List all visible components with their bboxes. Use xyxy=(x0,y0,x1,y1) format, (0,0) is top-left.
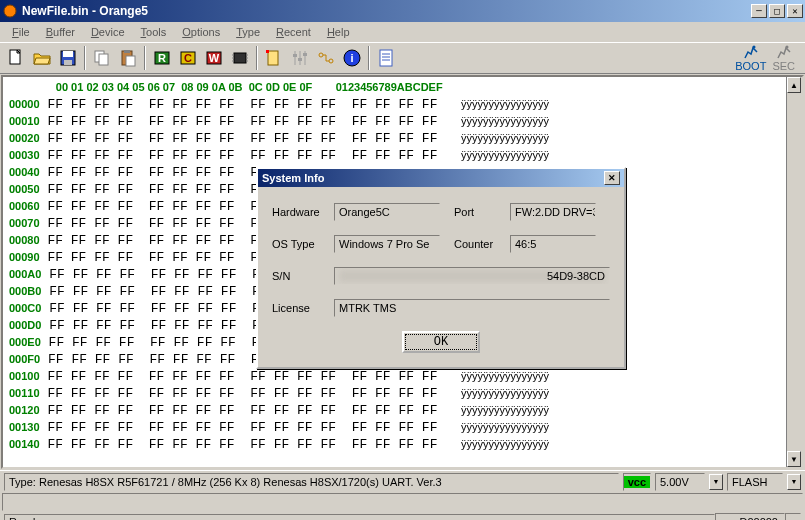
minimize-button[interactable]: ─ xyxy=(751,4,767,18)
sliders-icon[interactable] xyxy=(288,46,312,70)
menu-tools[interactable]: Tools xyxy=(133,24,175,40)
svg-point-0 xyxy=(4,5,16,17)
status-spacer xyxy=(2,493,803,511)
app-icon xyxy=(2,3,18,19)
menu-type[interactable]: Type xyxy=(228,24,268,40)
menu-buffer[interactable]: Buffer xyxy=(38,24,83,40)
sn-field: XXXXXXXXXXXXXXXXXXXX 54D9-38CD xyxy=(334,267,610,285)
dialog-titlebar[interactable]: System Info ✕ xyxy=(258,169,624,187)
system-info-dialog: System Info ✕ Hardware Orange5C Port FW:… xyxy=(256,167,626,369)
menu-device[interactable]: Device xyxy=(83,24,133,40)
counter-field: 46:5 xyxy=(510,235,596,253)
status-ready: Ready xyxy=(4,514,715,520)
options-button[interactable] xyxy=(262,46,286,70)
dialog-close-button[interactable]: ✕ xyxy=(604,171,620,185)
boot-button[interactable]: BOOT xyxy=(735,44,766,72)
svg-point-32 xyxy=(329,59,333,63)
document-button[interactable] xyxy=(374,46,398,70)
toolbar: R C W i BOOT SEC xyxy=(0,42,805,74)
chip-c-button[interactable]: C xyxy=(176,46,200,70)
sn-label: S/N xyxy=(272,270,328,282)
menu-help[interactable]: Help xyxy=(319,24,358,40)
svg-point-40 xyxy=(785,46,788,49)
info-button[interactable]: i xyxy=(340,46,364,70)
vcc-dropdown-button[interactable]: ▼ xyxy=(709,474,723,490)
svg-rect-9 xyxy=(126,56,135,66)
open-file-button[interactable] xyxy=(30,46,54,70)
svg-point-31 xyxy=(319,53,323,57)
status-bar-type: Type: Renesas H8SX R5F61721 / 8MHz (256 … xyxy=(0,470,805,492)
svg-point-39 xyxy=(752,46,755,49)
chip-w-button[interactable]: W xyxy=(202,46,226,70)
os-field: Windows 7 Pro Se xyxy=(334,235,440,253)
new-file-button[interactable] xyxy=(4,46,28,70)
menu-recent[interactable]: Recent xyxy=(268,24,319,40)
menubar: FileBufferDeviceToolsOptionsTypeRecentHe… xyxy=(0,22,805,42)
os-label: OS Type xyxy=(272,238,328,250)
svg-rect-4 xyxy=(64,60,72,65)
scroll-up-button[interactable]: ▲ xyxy=(787,77,801,93)
scroll-down-button[interactable]: ▼ xyxy=(787,451,801,467)
license-field: MTRK TMS xyxy=(334,299,610,317)
svg-rect-6 xyxy=(99,54,108,65)
svg-text:C: C xyxy=(184,52,192,64)
counter-label: Counter xyxy=(454,238,504,250)
resize-grip[interactable] xyxy=(785,513,801,520)
status-bar-bottom: Ready D00000 xyxy=(0,512,805,520)
svg-rect-24 xyxy=(266,50,269,53)
vertical-scrollbar[interactable]: ▲ ▼ xyxy=(786,77,802,467)
maximize-button[interactable]: □ xyxy=(769,4,785,18)
vcc-badge: vcc xyxy=(624,476,650,488)
mode-dropdown-button[interactable]: ▼ xyxy=(787,474,801,490)
titlebar: NewFile.bin - Orange5 ─ □ ✕ xyxy=(0,0,805,22)
window-title: NewFile.bin - Orange5 xyxy=(22,4,751,18)
svg-text:W: W xyxy=(209,52,220,64)
license-label: License xyxy=(272,302,328,314)
svg-text:R: R xyxy=(158,52,166,64)
svg-rect-28 xyxy=(293,54,297,57)
status-address: D00000 xyxy=(715,513,785,520)
save-file-button[interactable] xyxy=(56,46,80,70)
type-info: Type: Renesas H8SX R5F61721 / 8MHz (256 … xyxy=(4,473,619,491)
svg-text:i: i xyxy=(350,52,353,64)
dialog-title: System Info xyxy=(262,172,324,184)
sec-button[interactable]: SEC xyxy=(772,44,795,72)
svg-rect-29 xyxy=(298,58,302,61)
svg-rect-23 xyxy=(268,51,278,65)
svg-rect-3 xyxy=(63,51,73,57)
svg-rect-16 xyxy=(234,53,246,63)
svg-rect-30 xyxy=(303,53,307,56)
svg-rect-35 xyxy=(380,50,392,66)
close-button[interactable]: ✕ xyxy=(787,4,803,18)
chip-r-button[interactable]: R xyxy=(150,46,174,70)
paste-button[interactable] xyxy=(116,46,140,70)
chip-button[interactable] xyxy=(228,46,252,70)
svg-rect-8 xyxy=(124,50,130,53)
menu-options[interactable]: Options xyxy=(174,24,228,40)
hardware-field: Orange5C xyxy=(334,203,440,221)
menu-file[interactable]: File xyxy=(4,24,38,40)
hardware-label: Hardware xyxy=(272,206,328,218)
mode-value: FLASH xyxy=(727,473,783,491)
vcc-value: 5.00V xyxy=(655,473,705,491)
port-field: FW:2.DD DRV=3 xyxy=(510,203,596,221)
connection-icon[interactable] xyxy=(314,46,338,70)
port-label: Port xyxy=(454,206,504,218)
copy-button[interactable] xyxy=(90,46,114,70)
ok-button[interactable]: OK xyxy=(402,331,480,353)
